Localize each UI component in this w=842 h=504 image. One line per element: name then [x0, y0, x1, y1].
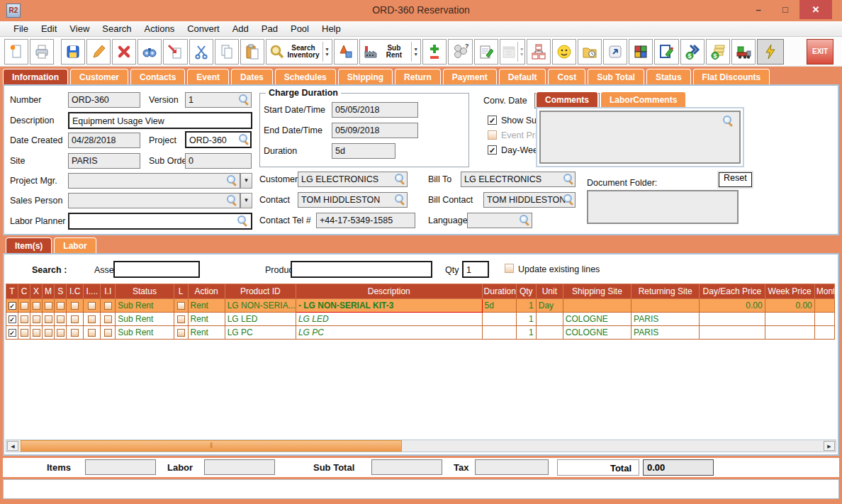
- customer-field[interactable]: LG ELECTRONICS: [298, 172, 408, 187]
- tab-sub-total[interactable]: Sub Total: [588, 69, 644, 84]
- bill-to-field[interactable]: LG ELECTRONICS: [461, 172, 576, 187]
- group-button[interactable]: ?: [448, 39, 472, 65]
- tab-labor[interactable]: Labor: [54, 237, 96, 253]
- tab-cost[interactable]: Cost: [548, 69, 585, 84]
- tab-schedules[interactable]: Schedules: [275, 69, 336, 84]
- history-folder-button[interactable]: [578, 39, 602, 65]
- tab-default[interactable]: Default: [499, 69, 546, 84]
- find-button[interactable]: [137, 39, 162, 65]
- project-mgr-dropdown[interactable]: ▼: [240, 173, 252, 189]
- start-date-field[interactable]: 05/05/2018: [332, 102, 418, 118]
- scroll-left-arrow-icon[interactable]: ◀: [7, 441, 18, 451]
- price-forward-button[interactable]: $: [680, 39, 705, 65]
- tab-event[interactable]: Event: [187, 69, 229, 84]
- scrollbar-thumb[interactable]: [21, 440, 402, 452]
- search-inventory-dropdown[interactable]: ▼▼: [322, 42, 330, 62]
- site-field[interactable]: PARIS: [68, 153, 140, 169]
- tab-payment[interactable]: Payment: [443, 69, 497, 84]
- language-search-icon[interactable]: [519, 215, 530, 226]
- save-button[interactable]: [61, 39, 85, 65]
- menu-add[interactable]: Add: [226, 22, 255, 35]
- tab-customer[interactable]: Customer: [70, 69, 128, 84]
- cut-button[interactable]: [189, 39, 213, 65]
- duration-field[interactable]: 5d: [332, 143, 395, 159]
- notes-button[interactable]: [474, 39, 498, 65]
- copy-button[interactable]: [215, 39, 239, 65]
- inventory-cubes-button[interactable]: [629, 39, 653, 65]
- new-button[interactable]: [4, 39, 28, 65]
- scroll-right-arrow-icon[interactable]: ▶: [824, 441, 835, 451]
- edit-button[interactable]: [86, 39, 111, 65]
- exit-button[interactable]: EXIT: [807, 39, 833, 65]
- day-week-month-checkbox[interactable]: [488, 145, 497, 155]
- row-checkbox[interactable]: [9, 302, 16, 310]
- sales-person-dropdown[interactable]: ▼: [240, 193, 252, 208]
- contact-tel-field[interactable]: +44-17-5349-1585: [316, 213, 415, 228]
- update-existing-lines-checkbox[interactable]: [505, 264, 514, 273]
- menu-file[interactable]: File: [7, 22, 35, 35]
- search-inventory-button[interactable]: Search Inventory ▼▼: [266, 39, 332, 65]
- edit-document-button[interactable]: [654, 39, 678, 65]
- menu-pad[interactable]: Pad: [255, 22, 284, 35]
- menu-search[interactable]: Search: [96, 22, 137, 35]
- labor-planner-field[interactable]: [68, 213, 252, 230]
- document-folder-field[interactable]: [587, 190, 739, 224]
- comments-search-icon[interactable]: [722, 116, 734, 127]
- project-search-icon[interactable]: [238, 134, 249, 145]
- tab-items[interactable]: Item(s): [6, 237, 52, 253]
- asset-input[interactable]: [113, 261, 200, 278]
- menu-edit[interactable]: Edit: [35, 22, 63, 35]
- description-field[interactable]: Equipment Usage View: [68, 112, 252, 129]
- contact-search-icon[interactable]: [394, 194, 405, 206]
- sales-person-field[interactable]: [68, 193, 240, 208]
- show-suggestions-checkbox[interactable]: [488, 116, 497, 125]
- menu-actions[interactable]: Actions: [138, 22, 181, 35]
- quick-action-button[interactable]: [757, 39, 784, 65]
- tab-return[interactable]: Return: [395, 69, 441, 84]
- transfer-button[interactable]: [163, 39, 187, 65]
- end-date-field[interactable]: 05/09/2018: [332, 123, 418, 138]
- shortcut-key-button[interactable]: [603, 39, 627, 65]
- add-remove-button[interactable]: [422, 39, 447, 65]
- labor-planner-search-icon[interactable]: [237, 215, 248, 227]
- sales-person-search-icon[interactable]: [226, 195, 237, 206]
- customer-search-icon[interactable]: [394, 174, 405, 185]
- sub-rent-button[interactable]: Sub Rent ▼▼: [359, 39, 421, 65]
- tab-comments[interactable]: Comments: [536, 91, 598, 107]
- menu-view[interactable]: View: [63, 22, 96, 35]
- org-chart-button[interactable]: [527, 39, 551, 65]
- tab-dates[interactable]: Dates: [231, 69, 273, 84]
- comments-field[interactable]: [539, 111, 741, 164]
- table-row[interactable]: Sub Rent Rent LG PC LG PC 1 COLOGNE PARI…: [6, 326, 835, 340]
- close-button[interactable]: ✕: [799, 0, 832, 19]
- project-mgr-field[interactable]: [68, 173, 240, 189]
- tab-status[interactable]: Status: [646, 69, 691, 84]
- version-search-icon[interactable]: [238, 94, 249, 106]
- menu-convert[interactable]: Convert: [181, 22, 226, 35]
- bill-contact-search-icon[interactable]: [563, 194, 574, 206]
- date-created-field[interactable]: 04/28/2018: [68, 133, 140, 148]
- tab-flat-discounts[interactable]: Flat Discounts: [693, 69, 770, 84]
- smiley-button[interactable]: [552, 39, 576, 65]
- number-field[interactable]: ORD-360: [68, 92, 140, 108]
- price-list-button[interactable]: $: [706, 39, 730, 65]
- minimize-button[interactable]: –: [746, 0, 771, 19]
- tab-shipping[interactable]: Shipping: [338, 69, 393, 84]
- sub-orders-field[interactable]: 0: [185, 153, 252, 169]
- shipping-button[interactable]: [731, 39, 756, 65]
- tab-information[interactable]: Information: [3, 69, 68, 84]
- menu-help[interactable]: Help: [315, 22, 347, 35]
- print-button[interactable]: [30, 39, 54, 65]
- menu-pool[interactable]: Pool: [284, 22, 315, 35]
- shapes-button[interactable]: [334, 39, 358, 65]
- paste-button[interactable]: [240, 39, 264, 65]
- tab-labor-comments[interactable]: LaborComments: [600, 91, 686, 107]
- tab-contacts[interactable]: Contacts: [130, 69, 185, 84]
- reset-button[interactable]: Reset: [719, 172, 752, 187]
- contact-field[interactable]: TOM HIDDLESTON: [298, 192, 408, 208]
- bill-to-search-icon[interactable]: [563, 174, 574, 185]
- qty-input[interactable]: 1: [462, 261, 489, 278]
- table-row[interactable]: Sub Rent Rent LG LED LG LED 1 COLOGNE PA…: [6, 313, 835, 326]
- product-input[interactable]: [291, 261, 432, 278]
- project-mgr-search-icon[interactable]: [226, 175, 237, 186]
